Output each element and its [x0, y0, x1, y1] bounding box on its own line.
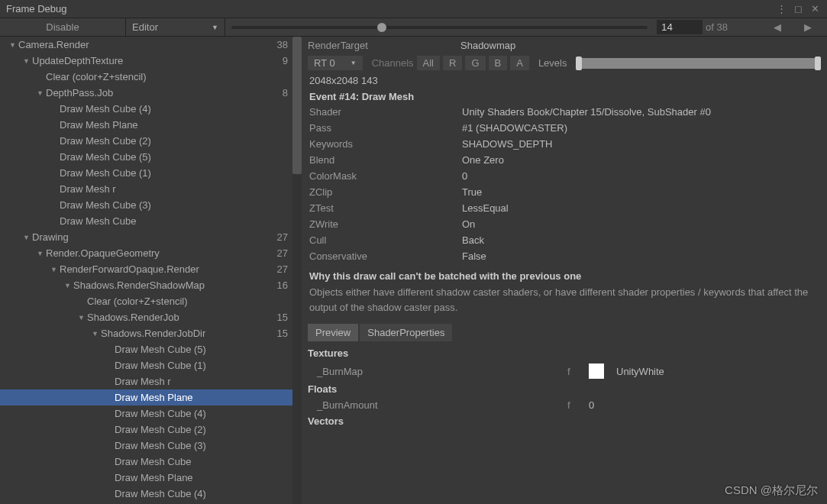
float-flag: f	[567, 399, 589, 411]
tree-row[interactable]: Draw Mesh Cube (4)	[0, 405, 302, 422]
channel-r-button[interactable]: R	[443, 56, 462, 70]
tree-count: 38	[277, 39, 288, 50]
channel-a-button[interactable]: A	[510, 56, 529, 70]
property-value: SHADOWS_DEPTH	[462, 138, 552, 150]
property-value: On	[462, 218, 475, 230]
tree-row[interactable]: Draw Mesh r	[0, 373, 302, 389]
disable-button[interactable]: Disable	[0, 18, 126, 37]
foldout-icon[interactable]: ▼	[50, 266, 58, 273]
tree-label: Draw Mesh Cube	[115, 456, 288, 467]
close-icon[interactable]: ✕	[809, 3, 821, 15]
tree-row[interactable]: ▼UpdateDepthTexture9	[0, 53, 302, 69]
foldout-icon[interactable]: ▼	[23, 234, 31, 241]
property-key: Conservative	[309, 250, 462, 262]
property-key: Pass	[309, 122, 462, 134]
frame-slider[interactable]	[231, 26, 648, 29]
tree-row[interactable]: ▼Shadows.RenderJobDir15	[0, 325, 302, 341]
tree-row[interactable]: ▼Render.OpaqueGeometry27	[0, 245, 302, 261]
next-frame-icon[interactable]: ▶	[804, 21, 812, 33]
property-value: One Zero	[462, 154, 504, 166]
toolbar: Disable Editor ▼ of 38 ◀ ▶	[0, 18, 827, 37]
foldout-icon[interactable]: ▼	[23, 57, 31, 65]
tree-label: Draw Mesh Cube (2)	[115, 424, 288, 435]
property-key: ZTest	[309, 202, 462, 214]
foldout-icon[interactable]: ▼	[9, 41, 17, 49]
levels-slider[interactable]	[576, 58, 821, 69]
scrollbar-thumb[interactable]	[292, 37, 302, 174]
tree-row[interactable]: Draw Mesh Cube (4)	[0, 486, 302, 502]
tree-row[interactable]: Draw Mesh r	[0, 181, 302, 197]
texture-swatch[interactable]	[589, 363, 604, 379]
tree-row[interactable]: Draw Mesh Plane	[0, 117, 302, 133]
tree-label: Draw Mesh Cube (4)	[115, 488, 288, 499]
tree-count: 16	[277, 279, 288, 291]
tree-row[interactable]: Draw Mesh Cube (5)	[0, 341, 302, 357]
prev-frame-icon[interactable]: ◀	[774, 21, 781, 33]
event-tree: ▼Camera.Render38▼UpdateDepthTexture9Clea…	[0, 37, 302, 504]
tree-row[interactable]: Draw Mesh Cube (1)	[0, 357, 302, 373]
tree-row[interactable]: Draw Mesh Cube (2)	[0, 422, 302, 438]
tree-label: RenderForwardOpaque.Render	[60, 263, 277, 275]
tree-row[interactable]: ▼Drawing27	[0, 229, 302, 245]
property-key: Cull	[309, 234, 462, 246]
texture-flag: f	[567, 366, 589, 377]
tree-row[interactable]: Draw Mesh Cube (3)	[0, 197, 302, 213]
tree-label: Draw Mesh Cube (3)	[60, 199, 288, 211]
chevron-down-icon: ▼	[351, 60, 357, 66]
tree-row[interactable]: Draw Mesh Plane	[0, 470, 302, 486]
foldout-icon[interactable]: ▼	[37, 250, 44, 257]
rt-dropdown[interactable]: RT 0 ▼	[308, 56, 363, 70]
float-row: _BurnAmountf0	[302, 398, 827, 412]
tree-row[interactable]: Clear (color+Z+stencil)	[0, 293, 302, 309]
tree-label: UpdateDepthTexture	[32, 55, 283, 66]
tree-label: DepthPass.Job	[46, 87, 283, 99]
tree-row[interactable]: Draw Mesh Cube (5)	[0, 149, 302, 165]
tree-label: Draw Mesh Plane	[115, 472, 288, 483]
tree-label: Draw Mesh r	[60, 183, 288, 195]
tree-label: Draw Mesh Plane	[115, 392, 288, 403]
tree-row[interactable]: ▼Shadows.RenderShadowMap16	[0, 277, 302, 293]
slider-thumb[interactable]	[377, 23, 386, 32]
tree-row[interactable]: ▼RenderForwardOpaque.Render27	[0, 261, 302, 277]
foldout-icon[interactable]: ▼	[92, 330, 99, 338]
foldout-icon[interactable]: ▼	[37, 89, 44, 97]
tree-row[interactable]: Draw Mesh Cube	[0, 213, 302, 229]
tree-count: 27	[277, 263, 288, 275]
tree-row[interactable]: ▼Shadows.RenderJob15	[0, 309, 302, 325]
tree-row[interactable]: Draw Mesh Plane	[0, 389, 302, 405]
tree-row[interactable]: Draw Mesh Cube (3)	[0, 438, 302, 454]
floats-header: Floats	[302, 380, 827, 398]
property-row: ShaderUnity Shaders Book/Chapter 15/Diss…	[302, 104, 827, 120]
levels-max-thumb[interactable]	[815, 57, 821, 70]
property-value: Back	[462, 234, 484, 246]
texture-name: _BurnMap	[308, 366, 567, 377]
tab-shader-properties[interactable]: ShaderProperties	[360, 324, 452, 341]
tree-row[interactable]: Clear (color+Z+stencil)	[0, 69, 302, 85]
tree-row[interactable]: ▼DepthPass.Job8	[0, 85, 302, 101]
tab-preview[interactable]: Preview	[308, 324, 358, 341]
channel-g-button[interactable]: G	[465, 56, 485, 70]
tree-row[interactable]: Draw Mesh Cube	[0, 454, 302, 470]
target-dropdown[interactable]: Editor ▼	[126, 18, 225, 37]
tree-label: Draw Mesh Cube (1)	[115, 360, 288, 371]
property-value: True	[462, 186, 482, 198]
tree-row[interactable]: Draw Mesh Cube (2)	[0, 133, 302, 149]
scrollbar[interactable]	[292, 37, 302, 504]
channel-b-button[interactable]: B	[489, 56, 508, 70]
tree-row[interactable]: Draw Mesh Cube (4)	[0, 101, 302, 117]
property-value: Unity Shaders Book/Chapter 15/Dissolve, …	[462, 106, 711, 118]
tree-count: 8	[283, 87, 288, 99]
menu-icon[interactable]: ⋮	[775, 3, 787, 15]
frame-input[interactable]	[657, 20, 703, 34]
foldout-icon[interactable]: ▼	[64, 282, 72, 289]
tree-row[interactable]: Draw Mesh Cube (1)	[0, 165, 302, 181]
maximize-icon[interactable]: ◻	[792, 3, 804, 15]
levels-min-thumb[interactable]	[576, 57, 582, 70]
dimensions-text: 2048x2048 143	[302, 72, 827, 89]
property-row: KeywordsSHADOWS_DEPTH	[302, 136, 827, 152]
tree-row[interactable]: ▼Camera.Render38	[0, 37, 302, 53]
channels-label: Channels	[372, 57, 414, 69]
channel-all-button[interactable]: All	[417, 56, 440, 70]
tree-label: Draw Mesh Cube (3)	[115, 440, 288, 451]
foldout-icon[interactable]: ▼	[78, 314, 86, 321]
